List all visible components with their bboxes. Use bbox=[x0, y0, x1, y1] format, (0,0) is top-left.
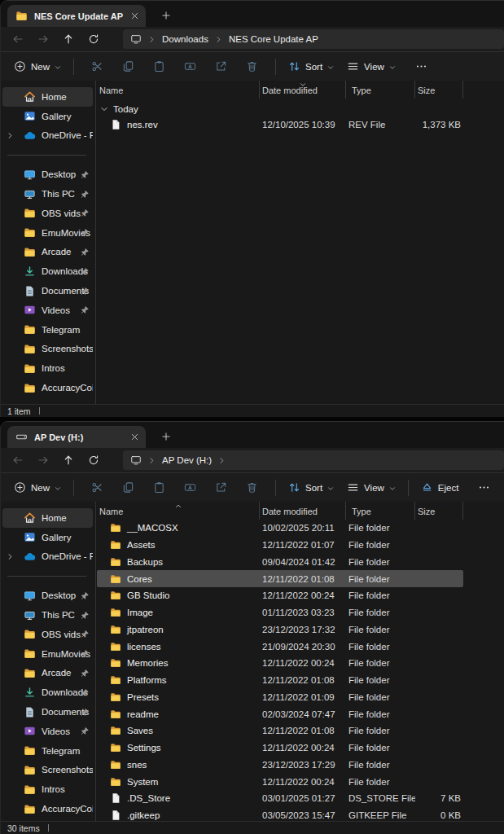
file-row[interactable]: Cores 12/11/2022 01:08 File folder bbox=[97, 570, 463, 587]
paste-icon[interactable] bbox=[153, 60, 165, 72]
copy-icon[interactable] bbox=[122, 481, 134, 494]
sidebar-item[interactable] bbox=[2, 145, 93, 165]
file-row[interactable]: Assets 12/11/2022 01:07 File folder bbox=[97, 537, 463, 554]
share-icon[interactable] bbox=[215, 60, 227, 72]
file-row[interactable]: .DS_Store 03/01/2025 01:27 DS_STORE File… bbox=[97, 790, 463, 807]
breadcrumb-item[interactable]: Downloads bbox=[162, 34, 208, 44]
sidebar-item[interactable]: Arcade bbox=[2, 664, 93, 683]
sidebar-item[interactable]: OBS vids bbox=[2, 625, 93, 644]
rename-icon[interactable] bbox=[184, 481, 196, 494]
sidebar-item[interactable]: Documents bbox=[2, 702, 93, 722]
file-row[interactable]: Image 01/11/2023 03:23 File folder bbox=[97, 604, 463, 621]
forward-icon[interactable] bbox=[37, 454, 49, 466]
sidebar-item[interactable]: Telegram bbox=[2, 741, 93, 761]
cut-icon[interactable] bbox=[91, 60, 103, 72]
new-button[interactable]: New bbox=[7, 55, 68, 79]
refresh-icon[interactable] bbox=[88, 454, 99, 466]
more-options-icon[interactable] bbox=[415, 60, 427, 72]
sidebar-item[interactable]: Desktop bbox=[2, 586, 93, 605]
close-tab-icon[interactable] bbox=[130, 432, 139, 441]
collapse-group-icon[interactable] bbox=[100, 105, 108, 113]
file-row[interactable]: Saves 12/11/2022 01:08 File folder bbox=[97, 722, 463, 740]
sidebar-item[interactable]: Gallery bbox=[2, 107, 93, 126]
up-icon[interactable] bbox=[63, 454, 74, 466]
sidebar-item[interactable]: Videos bbox=[2, 301, 93, 320]
file-row[interactable]: licenses 21/09/2024 20:30 File folder bbox=[97, 638, 463, 655]
address-bar[interactable]: Downloads NES Core Update AP bbox=[123, 29, 504, 49]
file-row[interactable]: Settings 12/11/2022 00:24 File folder bbox=[97, 740, 463, 757]
sidebar-item[interactable]: Home bbox=[2, 87, 93, 107]
back-icon[interactable] bbox=[12, 33, 24, 45]
sort-button[interactable]: Sort bbox=[282, 476, 340, 500]
sidebar-item[interactable]: Home bbox=[2, 508, 93, 528]
group-header[interactable]: Today bbox=[97, 101, 504, 116]
sidebar-item[interactable]: Screenshots bbox=[2, 761, 93, 780]
column-header[interactable]: Type bbox=[346, 502, 415, 520]
sidebar-item[interactable]: EmuMovies \ bbox=[2, 223, 93, 243]
sidebar-item[interactable]: Documents bbox=[2, 281, 93, 301]
sidebar-item[interactable]: Telegram bbox=[2, 320, 93, 340]
delete-icon[interactable] bbox=[246, 481, 258, 494]
copy-icon[interactable] bbox=[122, 60, 134, 72]
file-row[interactable]: System 12/11/2022 00:24 File folder bbox=[97, 773, 463, 790]
paste-icon[interactable] bbox=[153, 481, 165, 494]
sidebar-item[interactable] bbox=[2, 566, 93, 586]
file-row[interactable]: nes.rev 12/10/2025 10:39 REV File 1,373 … bbox=[97, 116, 463, 134]
file-row[interactable]: GB Studio 12/11/2022 00:24 File folder bbox=[97, 587, 463, 604]
expand-chevron-icon[interactable] bbox=[7, 132, 14, 139]
file-row[interactable]: Presets 12/11/2022 01:09 File folder bbox=[97, 689, 463, 706]
column-header[interactable]: Date modified bbox=[260, 81, 346, 99]
view-button[interactable]: View bbox=[340, 55, 402, 79]
sidebar-item[interactable]: AccuracyCoin bbox=[2, 378, 93, 397]
share-icon[interactable] bbox=[215, 481, 227, 494]
explorer-tab[interactable]: AP Dev (H:) bbox=[7, 426, 146, 448]
sidebar-item[interactable]: Desktop bbox=[2, 165, 93, 184]
sidebar-item[interactable]: OneDrive - Pers bbox=[2, 126, 93, 146]
forward-icon[interactable] bbox=[37, 33, 49, 45]
column-header[interactable]: Name bbox=[97, 502, 260, 520]
sidebar-item[interactable]: Videos bbox=[2, 722, 93, 741]
sidebar-item[interactable]: Intros bbox=[2, 358, 93, 378]
sidebar-item[interactable]: This PC bbox=[2, 605, 93, 625]
new-tab-icon[interactable] bbox=[161, 432, 171, 441]
address-bar[interactable]: AP Dev (H:) bbox=[123, 450, 504, 470]
file-row[interactable]: Backups 09/04/2024 01:42 File folder bbox=[97, 554, 463, 571]
more-options-icon[interactable] bbox=[478, 481, 490, 494]
expand-chevron-icon[interactable] bbox=[7, 553, 14, 560]
file-row[interactable]: __MACOSX 10/02/2025 20:11 File folder bbox=[97, 520, 463, 537]
view-button[interactable]: View bbox=[340, 476, 402, 500]
breadcrumb-item[interactable]: NES Core Update AP bbox=[229, 34, 318, 44]
sidebar-item[interactable]: OneDrive - Pers bbox=[2, 547, 93, 567]
column-header[interactable]: Size bbox=[415, 502, 463, 520]
refresh-icon[interactable] bbox=[88, 33, 99, 45]
back-icon[interactable] bbox=[12, 454, 24, 466]
file-row[interactable]: snes 23/12/2023 17:29 File folder bbox=[97, 757, 463, 774]
sidebar-item[interactable]: This PC bbox=[2, 184, 93, 204]
sidebar-item[interactable]: Intros bbox=[2, 779, 93, 799]
file-row[interactable]: .gitkeep 03/05/2023 15:47 GITKEEP File 0… bbox=[97, 807, 463, 821]
rename-icon[interactable] bbox=[184, 60, 196, 72]
new-tab-icon[interactable] bbox=[161, 11, 171, 20]
file-row[interactable]: Platforms 12/11/2022 01:08 File folder bbox=[97, 672, 463, 689]
sidebar-item[interactable]: Screenshots bbox=[2, 340, 93, 359]
column-header[interactable]: Size bbox=[415, 81, 463, 99]
file-row[interactable]: readme 02/03/2024 07:47 File folder bbox=[97, 705, 463, 722]
new-button[interactable]: New bbox=[7, 476, 68, 500]
sidebar-item[interactable]: EmuMovies \ bbox=[2, 644, 93, 664]
column-header[interactable]: Name bbox=[97, 81, 260, 99]
close-tab-icon[interactable] bbox=[130, 11, 139, 20]
sidebar-item[interactable]: OBS vids bbox=[2, 204, 93, 223]
up-icon[interactable] bbox=[63, 33, 74, 45]
sidebar-item[interactable]: Gallery bbox=[2, 528, 93, 547]
delete-icon[interactable] bbox=[246, 60, 258, 72]
breadcrumb-item[interactable]: AP Dev (H:) bbox=[162, 455, 212, 465]
cut-icon[interactable] bbox=[91, 481, 103, 494]
sidebar-item[interactable]: Downloads bbox=[2, 261, 93, 281]
file-row[interactable]: Memories 12/11/2022 00:24 File folder bbox=[97, 655, 463, 672]
sidebar-item[interactable]: Downloads bbox=[2, 683, 93, 702]
file-row[interactable]: jtpatreon 23/12/2023 17:32 File folder bbox=[97, 621, 463, 639]
sidebar-item[interactable]: AccuracyCoin bbox=[2, 799, 93, 819]
sidebar-item[interactable]: Arcade bbox=[2, 243, 93, 262]
column-header[interactable]: Type bbox=[346, 81, 415, 99]
eject-button[interactable]: Eject bbox=[414, 476, 466, 500]
